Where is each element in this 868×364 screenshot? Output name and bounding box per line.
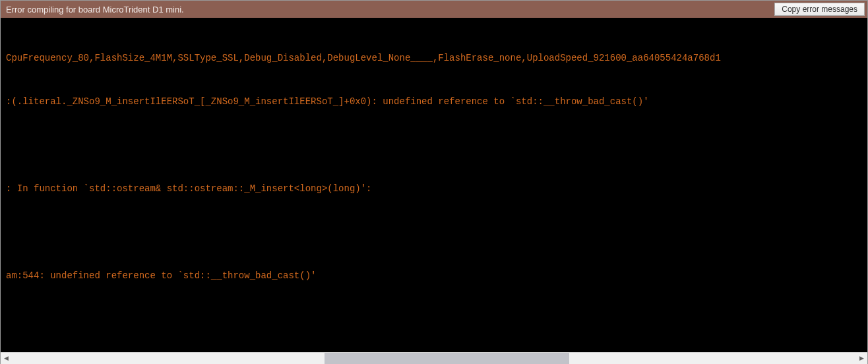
horizontal-scrollbar[interactable]: ◀ ▶ <box>1 352 867 363</box>
console-line: :(.literal._ZNSo9_M_insertIlEERSoT_[_ZNS… <box>6 94 862 109</box>
console-line: : In function `std::ostream& std::ostrea… <box>6 181 862 196</box>
error-title: Error compiling for board MicroTrident D… <box>6 5 184 15</box>
scroll-track[interactable] <box>12 353 856 364</box>
scroll-right-arrow-icon[interactable]: ▶ <box>856 353 867 364</box>
console-line: CpuFrequency_80,FlashSize_4M1M,SSLType_S… <box>6 51 862 65</box>
scroll-left-arrow-icon[interactable]: ◀ <box>1 353 12 364</box>
console-wrapper: CpuFrequency_80,FlashSize_4M1M,SSLType_S… <box>1 18 867 352</box>
console-line: am:544: undefined reference to `std::__t… <box>6 268 862 283</box>
console-line <box>6 138 862 152</box>
console-output[interactable]: CpuFrequency_80,FlashSize_4M1M,SSLType_S… <box>1 18 867 352</box>
scroll-thumb[interactable] <box>325 353 569 364</box>
error-panel: Error compiling for board MicroTrident D… <box>0 0 868 364</box>
copy-error-button[interactable]: Copy error messages <box>774 3 865 16</box>
error-header-bar: Error compiling for board MicroTrident D… <box>1 1 867 18</box>
console-line <box>6 225 862 239</box>
console-line <box>6 312 862 326</box>
